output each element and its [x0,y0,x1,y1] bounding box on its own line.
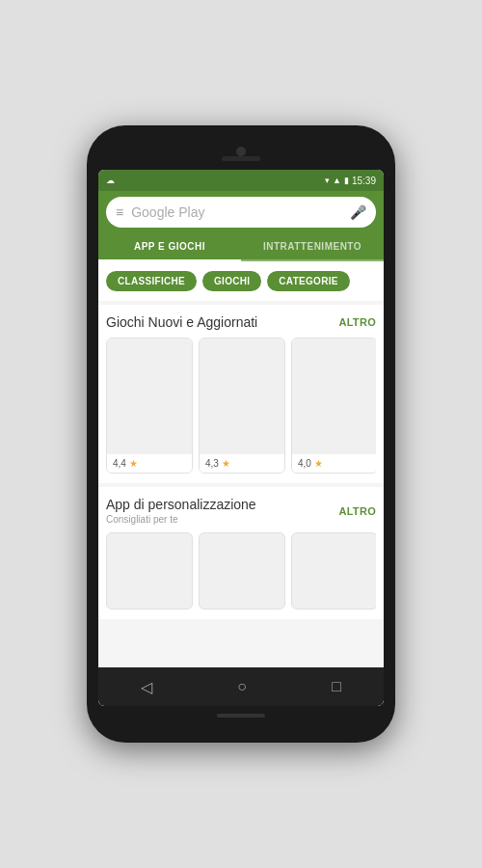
tab-app-games[interactable]: APP E GIOCHI [98,233,241,261]
app-image-2 [200,339,285,454]
section-link-1[interactable]: ALTRO [338,316,376,328]
wifi-icon: ▾ [325,176,330,185]
nav-back-button[interactable]: ◁ [133,670,160,704]
section-title-group: App di personalizzazione Consigliati per… [106,497,256,525]
status-time: 15:39 [352,176,376,186]
tab-entertainment[interactable]: INTRATTENIMENTO [241,233,384,261]
section-header-2: App di personalizzazione Consigliati per… [106,497,376,525]
section-personalizzazione: App di personalizzazione Consigliati per… [98,487,384,619]
star-icon-2: ★ [222,458,230,469]
pers-card-3[interactable] [291,532,376,610]
status-right: ▾ ▲ ▮ 15:39 [325,176,376,186]
speaker [222,156,260,161]
phone-top-bar [98,143,384,170]
nav-recent-button[interactable]: □ [324,670,349,703]
content-area: CLASSIFICHE GIOCHI CATEGORIE Giochi Nuov… [98,261,384,667]
app-cards-row2 [106,532,376,610]
section-title-2: App di personalizzazione [106,497,256,512]
hamburger-icon[interactable]: ≡ [116,204,123,220]
section-subtitle-2: Consigliati per te [106,514,256,525]
cloud-icon: ☁ [106,176,115,185]
phone-frame: ☁ ▾ ▲ ▮ 15:39 ≡ Google Play 🎤 APP E GIOC… [87,125,395,743]
home-indicator [217,714,265,718]
pers-card-2[interactable] [199,532,285,610]
app-cards-row1: 4,4 ★ 4,3 ★ 4,0 [106,338,376,474]
phone-bottom-bar [98,706,384,725]
chip-categorie[interactable]: CATEGORIE [267,271,349,291]
tabs: APP E GIOCHI INTRATTENIMENTO [98,233,384,261]
app-footer-3: 4,0 ★ [292,454,376,473]
filter-chips: CLASSIFICHE GIOCHI CATEGORIE [98,261,384,301]
app-card-2[interactable]: 4,3 ★ [199,338,285,474]
status-bar: ☁ ▾ ▲ ▮ 15:39 [98,170,384,191]
app-card-1[interactable]: 4,4 ★ [106,338,193,474]
search-bar: ≡ Google Play 🎤 [98,191,384,233]
chip-giochi[interactable]: GIOCHI [202,271,261,291]
app-rating-3: 4,0 [298,458,311,469]
star-icon-1: ★ [129,458,138,469]
status-left: ☁ [106,176,115,185]
bottom-nav: ◁ ○ □ [98,667,384,706]
pers-card-1[interactable] [106,532,193,610]
section-title-1: Giochi Nuovi e Aggiornati [106,314,257,330]
star-icon-3: ★ [314,458,323,469]
section-nuovi-aggiornati: Giochi Nuovi e Aggiornati ALTRO 4,4 ★ [98,305,384,483]
app-image-1 [107,339,193,454]
nav-home-button[interactable]: ○ [229,670,254,703]
app-rating-1: 4,4 [113,458,126,469]
battery-icon: ▮ [344,176,349,185]
chip-classifiche[interactable]: CLASSIFICHE [106,271,197,291]
section-link-2[interactable]: ALTRO [338,505,376,517]
app-rating-2: 4,3 [205,458,219,469]
search-input-container[interactable]: ≡ Google Play 🎤 [106,197,376,228]
phone-screen: ☁ ▾ ▲ ▮ 15:39 ≡ Google Play 🎤 APP E GIOC… [98,170,384,706]
signal-icon: ▲ [333,176,341,185]
app-footer-1: 4,4 ★ [107,454,192,473]
app-footer-2: 4,3 ★ [200,454,284,473]
search-input[interactable]: Google Play [131,204,342,220]
camera [236,147,246,156]
app-image-3 [292,339,376,454]
mic-icon[interactable]: 🎤 [350,204,366,220]
section-header-1: Giochi Nuovi e Aggiornati ALTRO [106,314,376,330]
app-card-3[interactable]: 4,0 ★ [291,338,376,474]
